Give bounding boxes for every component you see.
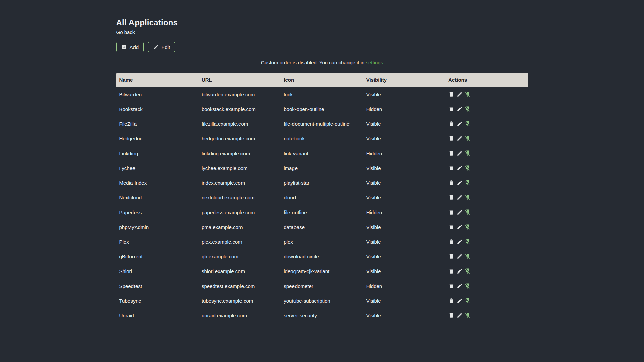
- delete-icon[interactable]: [448, 194, 454, 200]
- app-name: Unraid: [116, 308, 199, 323]
- delete-icon[interactable]: [448, 180, 454, 186]
- pencil-icon[interactable]: [457, 224, 463, 230]
- pencil-icon[interactable]: [457, 268, 463, 274]
- app-visibility: Visible: [363, 220, 445, 234]
- pin-off-icon[interactable]: [465, 298, 471, 304]
- header-name: Name: [116, 73, 199, 87]
- delete-icon[interactable]: [448, 91, 454, 97]
- edit-button[interactable]: Edit: [148, 42, 175, 52]
- delete-icon[interactable]: [448, 224, 454, 230]
- table-header: Name URL Icon Visibility Actions: [116, 73, 528, 87]
- pin-off-icon[interactable]: [465, 135, 471, 141]
- pencil-icon[interactable]: [457, 135, 463, 141]
- row-actions: [448, 91, 525, 97]
- app-visibility: Visible: [363, 234, 445, 249]
- pencil-icon[interactable]: [457, 91, 463, 97]
- app-icon-name: file-outline: [281, 205, 363, 220]
- app-visibility: Visible: [363, 293, 445, 308]
- row-actions: [448, 298, 525, 304]
- table-row: Speedtest speedtest.example.com speedome…: [116, 279, 528, 293]
- app-visibility: Visible: [363, 249, 445, 264]
- pin-off-icon[interactable]: [465, 268, 471, 274]
- applications-table: Name URL Icon Visibility Actions Bitward…: [116, 73, 528, 323]
- pencil-icon[interactable]: [457, 253, 463, 259]
- pin-off-icon[interactable]: [465, 194, 471, 200]
- pin-off-icon[interactable]: [465, 283, 471, 289]
- app-icon-name: youtube-subscription: [281, 293, 363, 308]
- delete-icon[interactable]: [448, 106, 454, 112]
- app-name: Tubesync: [116, 293, 199, 308]
- app-url: lychee.example.com: [199, 161, 281, 175]
- row-actions: [448, 312, 525, 318]
- pin-off-icon[interactable]: [465, 91, 471, 97]
- settings-link[interactable]: settings: [366, 60, 383, 65]
- delete-icon[interactable]: [448, 312, 454, 318]
- pencil-icon[interactable]: [457, 312, 463, 318]
- app-url: bookstack.example.com: [199, 102, 281, 116]
- pencil-icon[interactable]: [457, 298, 463, 304]
- pin-off-icon[interactable]: [465, 312, 471, 318]
- pencil-icon[interactable]: [457, 165, 463, 171]
- app-name: Hedgedoc: [116, 131, 199, 146]
- row-actions: [448, 209, 525, 215]
- delete-icon[interactable]: [448, 239, 454, 245]
- delete-icon[interactable]: [448, 121, 454, 127]
- app-visibility: Visible: [363, 264, 445, 279]
- app-visibility: Visible: [363, 116, 445, 131]
- pencil-icon[interactable]: [457, 121, 463, 127]
- app-url: nextcloud.example.com: [199, 190, 281, 205]
- row-actions: [448, 239, 525, 245]
- go-back-link[interactable]: Go back: [116, 29, 135, 35]
- delete-icon[interactable]: [448, 268, 454, 274]
- delete-icon[interactable]: [448, 150, 454, 156]
- pencil-icon[interactable]: [457, 180, 463, 186]
- table-row: Shiori shiori.example.com ideogram-cjk-v…: [116, 264, 528, 279]
- pin-off-icon[interactable]: [465, 165, 471, 171]
- app-url: unraid.example.com: [199, 308, 281, 323]
- row-actions: [448, 150, 525, 156]
- pencil-icon[interactable]: [457, 106, 463, 112]
- pin-off-icon[interactable]: [465, 106, 471, 112]
- row-actions: [448, 224, 525, 230]
- pin-off-icon[interactable]: [465, 224, 471, 230]
- add-button[interactable]: Add: [116, 42, 144, 52]
- pin-off-icon[interactable]: [465, 180, 471, 186]
- pin-off-icon[interactable]: [465, 239, 471, 245]
- delete-icon[interactable]: [448, 209, 454, 215]
- pencil-icon[interactable]: [457, 239, 463, 245]
- table-row: FileZilla filezilla.example.com file-doc…: [116, 116, 528, 131]
- app-icon-name: server-security: [281, 308, 363, 323]
- delete-icon[interactable]: [448, 298, 454, 304]
- pencil-icon[interactable]: [457, 283, 463, 289]
- pencil-icon[interactable]: [457, 194, 463, 200]
- pin-off-icon[interactable]: [465, 150, 471, 156]
- header-actions: Actions: [445, 73, 528, 87]
- app-url: qb.example.com: [199, 249, 281, 264]
- app-icon-name: database: [281, 220, 363, 234]
- app-icon-name: image: [281, 161, 363, 175]
- app-url: hedgedoc.example.com: [199, 131, 281, 146]
- app-icon-name: link-variant: [281, 146, 363, 161]
- row-actions: [448, 121, 525, 127]
- header-url: URL: [199, 73, 281, 87]
- pin-off-icon[interactable]: [465, 209, 471, 215]
- pencil-icon[interactable]: [457, 150, 463, 156]
- app-name: Lychee: [116, 161, 199, 175]
- app-icon-name: cloud: [281, 190, 363, 205]
- delete-icon[interactable]: [448, 253, 454, 259]
- row-actions: [448, 268, 525, 274]
- pin-off-icon[interactable]: [465, 121, 471, 127]
- app-name: Shiori: [116, 264, 199, 279]
- row-actions: [448, 253, 525, 259]
- app-url: linkding.example.com: [199, 146, 281, 161]
- app-icon-name: file-document-multiple-outline: [281, 116, 363, 131]
- pencil-icon[interactable]: [457, 209, 463, 215]
- app-icon-name: lock: [281, 87, 363, 102]
- app-visibility: Visible: [363, 175, 445, 190]
- app-url: paperless.example.com: [199, 205, 281, 220]
- delete-icon[interactable]: [448, 283, 454, 289]
- delete-icon[interactable]: [448, 165, 454, 171]
- delete-icon[interactable]: [448, 135, 454, 141]
- app-name: Bitwarden: [116, 87, 199, 102]
- pin-off-icon[interactable]: [465, 253, 471, 259]
